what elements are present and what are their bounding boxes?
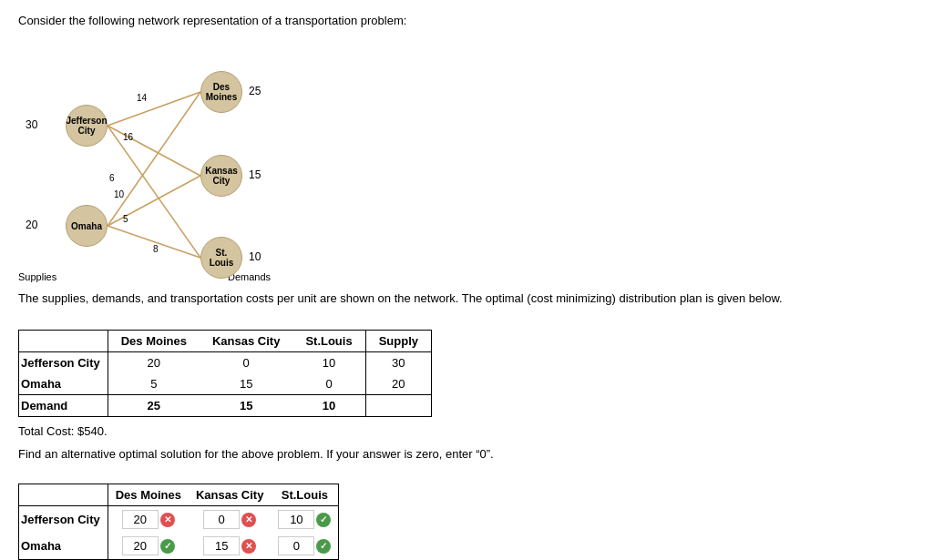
table-row: Omaha 5 15 0 20 [19,373,432,395]
svg-line-0 [108,92,200,126]
description-text: The supplies, demands, and transportatio… [18,291,838,305]
col-header-des-moines: Des Moines [108,331,200,352]
cell-jc-supply: 30 [365,352,431,374]
input-cell-jc-sl: ✓ [271,506,339,534]
input-jc-kc[interactable] [203,510,240,529]
input-cell-om-kc: ✕ [189,533,271,560]
input-col-header-empty [19,484,108,506]
edge-om-kc: 5 [123,214,128,224]
cell-demand-sl: 10 [292,395,365,417]
input-row-omaha: Omaha ✓ ✕ ✓ [19,533,339,560]
optimal-table: Des Moines Kansas City St.Louis Supply J… [18,330,432,417]
check-icon-jc-sl: ✓ [316,513,331,527]
check-icon-om-sl: ✓ [316,539,331,554]
input-jc-dm[interactable] [122,510,159,529]
edge-jc-kc: 16 [123,132,133,142]
cell-om-dm: 5 [108,373,200,395]
edge-jc-dm: 14 [137,93,147,103]
cell-jc-kc: 0 [200,352,292,374]
input-row-label-omaha: Omaha [19,533,108,560]
check-icon-om-dm: ✓ [160,539,175,554]
intro-text: Consider the following network represent… [18,14,915,27]
input-col-header-des-moines: Des Moines [108,484,189,506]
cell-demand-supply [365,395,431,417]
input-col-header-kansas-city: Kansas City [189,484,271,506]
network-diagram: JeffersonCity Omaha DesMoines KansasCity… [18,36,310,282]
cell-jc-sl: 10 [292,352,365,374]
node-omaha: Omaha [66,205,108,247]
find-text: Find an alternative optimal solution for… [18,447,838,461]
x-icon-jc-dm: ✕ [160,513,175,527]
x-icon-jc-kc: ✕ [241,513,256,527]
demand-row: Demand 25 15 10 [19,395,432,417]
input-om-sl[interactable] [278,536,314,555]
input-om-dm[interactable] [122,536,159,555]
total-cost-text: Total Cost: $540. [18,424,915,438]
cell-om-kc: 15 [200,373,292,395]
edge-om-sl: 8 [153,244,159,254]
input-table: Des Moines Kansas City St.Louis Jefferso… [18,484,339,560]
input-col-header-st-louis: St.Louis [271,484,339,506]
cell-om-sl: 0 [292,373,365,395]
x-icon-om-kc: ✕ [241,539,256,554]
row-label-omaha: Omaha [19,373,108,395]
input-cell-om-dm: ✓ [108,533,189,560]
col-header-kansas-city: Kansas City [200,331,292,352]
edge-jc-sl: 6 [109,173,115,183]
input-row-jefferson: Jefferson City ✕ ✕ ✓ [19,506,339,534]
col-header-empty [19,331,108,352]
col-header-supply: Supply [365,331,431,352]
node-st-louis: St.Louis [200,237,242,279]
input-cell-jc-kc: ✕ [189,506,271,534]
node-kansas-city: KansasCity [200,155,242,197]
input-cell-jc-dm: ✕ [108,506,189,534]
col-header-st-louis: St.Louis [292,331,365,352]
input-jc-sl[interactable] [278,510,314,529]
svg-line-1 [108,126,200,176]
row-label-demand: Demand [19,395,108,417]
edges-svg [18,36,310,282]
edge-om-dm: 10 [114,189,124,199]
svg-line-4 [108,176,200,226]
cell-demand-kc: 15 [200,395,292,417]
node-des-moines: DesMoines [200,71,242,113]
input-om-kc[interactable] [203,536,240,555]
svg-line-3 [108,92,200,226]
cell-om-supply: 20 [365,373,431,395]
cell-jc-dm: 20 [108,352,200,374]
input-row-label-jefferson: Jefferson City [19,506,108,534]
table-row: Jefferson City 20 0 10 30 [19,352,432,374]
input-cell-om-sl: ✓ [271,533,339,560]
cell-demand-dm: 25 [108,395,200,417]
row-label-jefferson: Jefferson City [19,352,108,374]
node-jefferson: JeffersonCity [66,105,108,147]
